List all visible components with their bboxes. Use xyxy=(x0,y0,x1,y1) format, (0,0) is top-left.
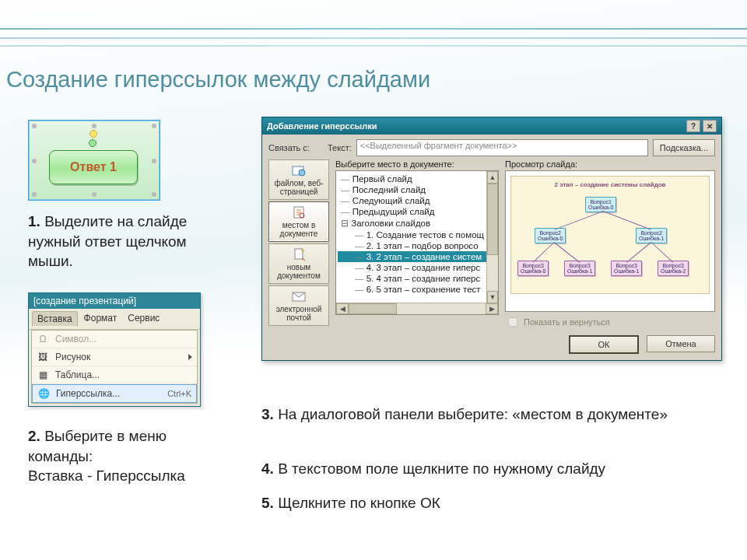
tab-email[interactable]: электронной почтой xyxy=(268,285,329,326)
menu-item-picture[interactable]: 🖼 Рисунок xyxy=(32,348,197,366)
preview-node: Вопрос1Ошибка-0 xyxy=(585,197,616,212)
step1-text: 1. Выделите на слайде нужный ответ щелчк… xyxy=(28,212,226,271)
text-label: Текст: xyxy=(328,143,352,152)
tree-item[interactable]: 6. 5 этап – сохранение тест xyxy=(338,284,496,295)
preview-label: Просмотр слайда: xyxy=(505,159,715,169)
picture-icon: 🖼 xyxy=(37,351,49,363)
preview-node: Вопрос3Ошибка-2 xyxy=(658,261,689,276)
show-return-input xyxy=(508,317,517,327)
answer-panel: Ответ 1 xyxy=(28,120,160,201)
slide-title: Создание гиперссылок между слайдами xyxy=(6,67,430,93)
tree-item[interactable]: Следующий слайд xyxy=(338,195,496,206)
menu-shortcut: Ctrl+K xyxy=(167,389,191,398)
preview-node: Вопрос3Ошибка-1 xyxy=(564,261,595,276)
tree-label: Выберите место в документе: xyxy=(335,159,499,169)
tab-place-in-doc[interactable]: местом в документе xyxy=(268,201,329,242)
answer-button[interactable]: Ответ 1 xyxy=(49,150,138,184)
tree-item[interactable]: 2. 1 этап – подбор вопросо xyxy=(338,240,496,251)
menu-item-table[interactable]: ▦ Таблица... xyxy=(32,366,197,384)
scrollbar-horizontal[interactable]: ◀▶ xyxy=(336,303,498,314)
file-web-icon xyxy=(291,163,307,177)
menu-tab-format[interactable]: Формат xyxy=(79,311,122,327)
tree-item[interactable]: 4. 3 этап – создание гиперс xyxy=(338,262,496,273)
scrollbar-vertical[interactable]: ▲▼ xyxy=(486,171,498,303)
submenu-arrow-icon xyxy=(188,354,192,360)
tree-item[interactable]: Первый слайд xyxy=(338,173,496,184)
hyperlink-dialog: Добавление гиперссылки ? ✕ Связать с: Те… xyxy=(261,117,722,361)
ok-button[interactable]: ОК xyxy=(569,335,639,354)
text-field[interactable]: <<Выделенный фрагмент документа>> xyxy=(356,139,648,156)
table-icon: ▦ xyxy=(37,369,49,381)
close-button[interactable]: ✕ xyxy=(703,120,717,132)
step2-text: 2. Выберите в меню команды: Вставка - Ги… xyxy=(28,426,230,486)
tree-item[interactable]: Предыдущий слайд xyxy=(338,206,496,217)
link-type-tabs: файлом, веб-страницей местом в документе… xyxy=(268,159,329,329)
tree-item[interactable]: Последний слайд xyxy=(338,184,496,195)
hint-button[interactable]: Подсказка... xyxy=(653,139,715,156)
place-doc-icon xyxy=(291,205,307,219)
slide-tree[interactable]: Первый слайдПоследний слайдСледующий сла… xyxy=(335,170,499,315)
menu-bar: Вставка Формат Сервис xyxy=(29,309,200,330)
svg-point-1 xyxy=(299,170,305,176)
menu-tab-insert[interactable]: Вставка xyxy=(32,311,78,327)
help-button[interactable]: ? xyxy=(686,120,700,132)
symbol-icon: Ω xyxy=(37,333,49,345)
dialog-title: Добавление гиперссылки xyxy=(267,121,377,131)
menu-item-hyperlink[interactable]: 🌐 Гиперссылка... Ctrl+K xyxy=(32,384,197,403)
step4-text: 4. В текстовом поле щелкните по нужному … xyxy=(261,459,697,479)
tab-file-web[interactable]: файлом, веб-страницей xyxy=(268,159,329,200)
menu-tab-service[interactable]: Сервис xyxy=(123,311,164,327)
step3-text: 3. На диалоговой панели выберите: «место… xyxy=(261,404,697,425)
new-doc-icon xyxy=(291,247,307,261)
cancel-button[interactable]: Отмена xyxy=(647,335,715,352)
show-return-checkbox[interactable]: Показать и вернуться xyxy=(505,315,715,329)
tab-new-doc[interactable]: новым документом xyxy=(268,243,329,284)
email-icon xyxy=(291,289,307,303)
menu-screenshot: [создание презентаций] Вставка Формат Се… xyxy=(28,292,201,407)
tree-item[interactable]: 5. 4 этап – создание гиперс xyxy=(338,273,496,284)
tree-item[interactable]: Заголовки слайдов xyxy=(338,217,496,229)
step5-text: 5. Щелкните по кнопке ОК xyxy=(261,493,697,513)
globe-icon: 🌐 xyxy=(37,387,50,400)
tree-item[interactable]: 3. 2 этап – создание систем xyxy=(338,251,496,262)
preview-slide-title: 2 этап – создание системы слайдов xyxy=(511,181,709,188)
slide-preview: 2 этап – создание системы слайдов Вопрос… xyxy=(505,170,715,312)
preview-node: Вопрос2Ошибка-0 xyxy=(535,228,566,243)
menu-item-symbol[interactable]: Ω Символ... xyxy=(32,331,197,348)
tree-item[interactable]: 1. Создание тестов с помощ xyxy=(338,229,496,240)
link-with-label: Связать с: xyxy=(268,143,323,152)
app-title: [создание презентаций] xyxy=(29,293,200,309)
